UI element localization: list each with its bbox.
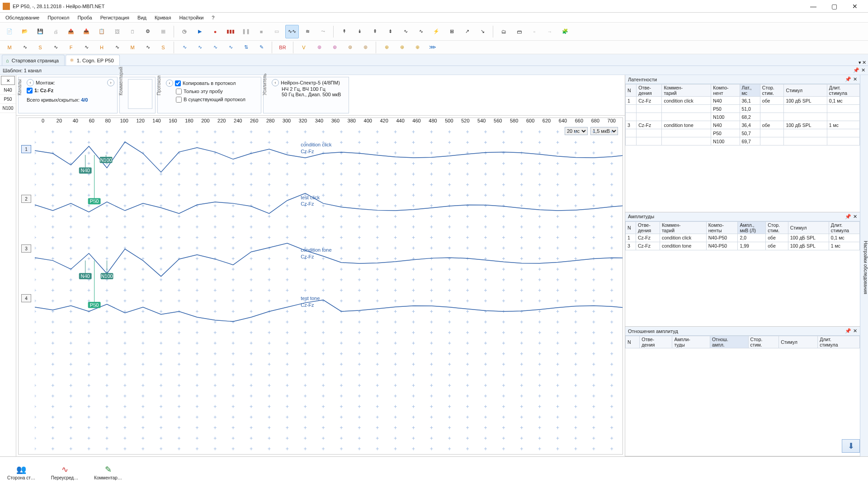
track-number[interactable]: 3 bbox=[21, 244, 31, 253]
track-number[interactable]: 2 bbox=[21, 195, 31, 203]
menu-item[interactable]: Вид bbox=[134, 14, 150, 21]
m-button[interactable]: M bbox=[3, 41, 16, 54]
copy-protocol-checkbox[interactable] bbox=[175, 80, 181, 86]
table-header[interactable]: Стимул bbox=[784, 84, 827, 97]
open-exam-button[interactable]: 📂 bbox=[18, 25, 32, 38]
ana-2[interactable]: ∿ bbox=[49, 41, 62, 54]
stim-button[interactable]: ▮▮▮ bbox=[224, 25, 237, 38]
ana-5[interactable]: ∿ bbox=[141, 41, 155, 54]
table-header[interactable]: Стор.стим. bbox=[760, 84, 784, 97]
d3[interactable]: ⊕ bbox=[410, 41, 424, 54]
table-header[interactable]: Отве-дения bbox=[637, 84, 662, 97]
table-row[interactable]: P5050,7 bbox=[626, 129, 860, 137]
ana-1[interactable]: ∿ bbox=[18, 41, 32, 54]
a3[interactable]: ⇞ bbox=[368, 25, 382, 38]
amplitude-table[interactable]: NОтве-денияКоммен-тарийКомпо-нентыАмпл.,… bbox=[625, 221, 860, 250]
tab-dropdown-icon[interactable]: ▾ bbox=[859, 60, 861, 66]
marker-close-button[interactable]: ✕ bbox=[1, 76, 15, 85]
menu-item[interactable]: Проба bbox=[74, 14, 95, 21]
menu-item[interactable]: Протокол bbox=[44, 14, 73, 21]
c1[interactable]: ⊛ bbox=[312, 41, 326, 54]
latency-table[interactable]: NОтве-денияКоммен-тарийКомпо-нентЛат.,мс… bbox=[625, 84, 860, 145]
table-header[interactable]: N bbox=[626, 221, 636, 234]
clipboard-button[interactable]: 📋 bbox=[95, 25, 108, 38]
marker-n100[interactable]: N100 bbox=[0, 104, 16, 113]
table-header[interactable]: Длит.стимула bbox=[829, 221, 859, 234]
a9[interactable]: ↗ bbox=[460, 25, 474, 38]
tab-start[interactable]: ⌂ Стартовая страница bbox=[2, 55, 65, 66]
next-montage-button[interactable]: › bbox=[107, 79, 114, 86]
new-exam-button[interactable]: 📄 bbox=[3, 25, 16, 38]
menu-item[interactable]: ? bbox=[208, 14, 218, 21]
close-icon[interactable]: ✕ bbox=[853, 76, 857, 82]
pin-icon[interactable]: 📌 bbox=[853, 67, 859, 73]
a5[interactable]: ∿ bbox=[399, 25, 412, 38]
c2[interactable]: ⊛ bbox=[328, 41, 341, 54]
track-number[interactable]: 4 bbox=[21, 294, 31, 302]
br-button[interactable]: BR bbox=[276, 41, 289, 54]
a6[interactable]: ∿ bbox=[414, 25, 428, 38]
table-header[interactable]: Длит.стимула bbox=[827, 84, 859, 97]
save-button[interactable]: 💾 bbox=[33, 25, 47, 38]
pin-icon[interactable]: 📌 bbox=[845, 214, 851, 220]
ratio-table[interactable]: NОтве-денияАмпли-тудыОтнош.ампл.Стор.сти… bbox=[625, 336, 860, 348]
menu-item[interactable]: Регистрация bbox=[97, 14, 133, 21]
only-probe-checkbox[interactable] bbox=[176, 89, 182, 94]
table-row[interactable]: 3Cz-Fzcondition toneN4036,4обе100 дБ SPL… bbox=[626, 121, 860, 129]
b3[interactable]: ∿ bbox=[208, 41, 222, 54]
c4[interactable]: ⊛ bbox=[359, 41, 372, 54]
c3[interactable]: ⊛ bbox=[343, 41, 357, 54]
a4[interactable]: ⇟ bbox=[383, 25, 397, 38]
table-row[interactable]: 1Cz-Fzcondition clickN4036,1обе100 дБ SP… bbox=[626, 97, 860, 105]
apps-button[interactable]: 🧩 bbox=[558, 25, 572, 38]
close-panel-icon[interactable]: ✕ bbox=[861, 67, 865, 73]
fast-button[interactable]: ⋙ bbox=[426, 41, 439, 54]
marker-p50[interactable]: P50 bbox=[0, 95, 16, 104]
existing-protocol-checkbox[interactable] bbox=[176, 97, 182, 103]
table-row[interactable]: P5051,0 bbox=[626, 105, 860, 113]
comment-textarea[interactable] bbox=[128, 79, 152, 109]
menu-item[interactable]: Настройки bbox=[175, 14, 207, 21]
record-button[interactable]: ● bbox=[208, 25, 222, 38]
table-row[interactable]: N10068,2 bbox=[626, 113, 860, 121]
table-header[interactable]: Коммен-тарий bbox=[660, 221, 706, 234]
table-row[interactable]: 3Cz-Fzcondition toneN40-P501,99обе100 дБ… bbox=[626, 242, 860, 250]
channel-1-checkbox[interactable] bbox=[27, 88, 33, 94]
table-header[interactable]: Ампли-туды bbox=[672, 336, 710, 348]
pin-icon[interactable]: 📌 bbox=[845, 328, 851, 334]
close-icon[interactable]: ✕ bbox=[853, 328, 857, 334]
scroll-down-button[interactable]: ⬇ bbox=[842, 439, 860, 453]
b4[interactable]: ∿ bbox=[224, 41, 237, 54]
a8[interactable]: ⊞ bbox=[445, 25, 458, 38]
amp-prev-button[interactable]: ‹ bbox=[272, 79, 279, 86]
tab-close-icon[interactable]: ✕ bbox=[862, 60, 866, 66]
table-header[interactable]: Ампл.,мкВ (Л) bbox=[738, 221, 766, 234]
b1[interactable]: ∿ bbox=[178, 41, 191, 54]
b6[interactable]: ✎ bbox=[255, 41, 268, 54]
menu-item[interactable]: Кривая bbox=[151, 14, 175, 21]
overlap-button[interactable]: ∿∿ bbox=[285, 25, 299, 38]
menu-item[interactable]: Обследование bbox=[2, 14, 43, 21]
prev-montage-button[interactable]: ‹ bbox=[27, 79, 34, 86]
s2-button[interactable]: S bbox=[156, 41, 170, 54]
settings-tab-collapsed[interactable]: Настройки обследования bbox=[860, 75, 868, 456]
table-header[interactable]: Стимул bbox=[788, 221, 829, 234]
table-row[interactable]: N10069,7 bbox=[626, 137, 860, 145]
s-button[interactable]: S bbox=[33, 41, 47, 54]
a7[interactable]: ⚡ bbox=[429, 25, 443, 38]
table-header[interactable]: Отнош.ампл. bbox=[710, 336, 748, 348]
pin-icon[interactable]: 📌 bbox=[845, 76, 851, 82]
ana-4[interactable]: ∿ bbox=[110, 41, 124, 54]
b5[interactable]: ⇅ bbox=[239, 41, 253, 54]
settings-button[interactable]: ⚙ bbox=[141, 25, 155, 38]
f-button[interactable]: F bbox=[64, 41, 78, 54]
table-header[interactable]: Стор.стим. bbox=[766, 221, 788, 234]
play-button[interactable]: ▶ bbox=[193, 25, 207, 38]
waveform-chart[interactable]: 0204060801001201401601802002202402602803… bbox=[18, 117, 623, 455]
stim-side-button[interactable]: 👥Сторона ст… bbox=[4, 465, 39, 480]
table-header[interactable]: Компо-ненты bbox=[706, 221, 738, 234]
table-header[interactable]: Стор.стим. bbox=[748, 336, 779, 348]
a10[interactable]: ↘ bbox=[476, 25, 489, 38]
table-header[interactable]: Стимул bbox=[779, 336, 818, 348]
table-row[interactable]: 1Cz-Fzcondition clickN40-P502,0обе100 дБ… bbox=[626, 234, 860, 242]
